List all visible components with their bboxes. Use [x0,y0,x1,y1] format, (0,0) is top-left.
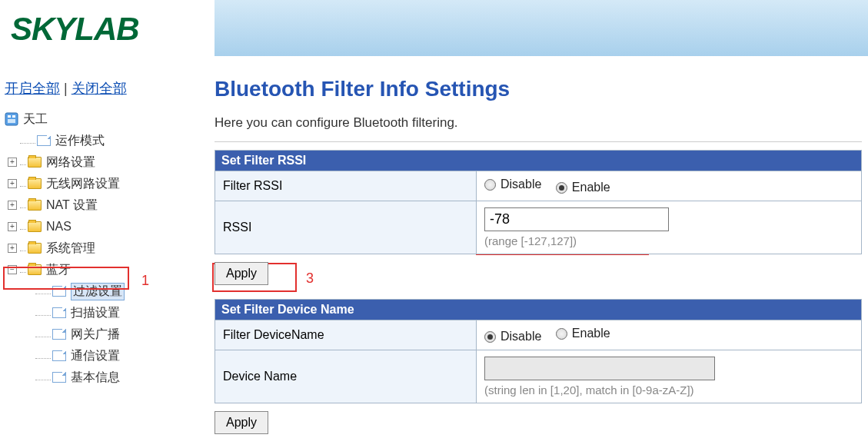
tree-item-operation-mode[interactable]: 运作模式 [8,130,211,151]
devname-apply-button[interactable]: Apply [215,411,268,434]
radio-icon [556,328,567,340]
toplinks-sep: | [64,81,72,96]
page-icon [52,329,66,340]
globe-icon [5,112,18,126]
rssi-enable-radio[interactable]: Enable [556,181,610,194]
rssi-table: Set Filter RSSI Filter RSSI Disable Enab… [215,150,862,254]
devname-row1-label: Filter DeviceName [215,320,477,350]
tree-item-gateway-broadcast[interactable]: 网关广播 [35,324,211,345]
folder-icon [28,221,42,232]
folder-icon [28,243,42,254]
nav-tree: 天工 运作模式 + 网络设置 + 无线网路设置 + NAT 设置 [5,108,211,388]
expander-icon[interactable]: + [8,179,17,188]
expander-icon[interactable]: + [8,222,17,231]
radio-icon [484,331,496,343]
svg-rect-2 [12,115,15,118]
devname-disable-radio[interactable]: Disable [484,330,541,343]
divider [215,141,862,142]
svg-rect-1 [8,115,11,118]
tree-bluetooth-children: 过滤设置 扫描设置 网关广播 通信设置 基本信息 [35,280,211,388]
page-icon [52,307,66,318]
tree-item-network[interactable]: + 网络设置 [8,151,211,173]
expander-icon[interactable]: − [8,265,17,274]
page-icon [52,372,66,383]
folder-open-icon [28,264,42,275]
devname-header: Set Filter Device Name [215,300,862,320]
svg-rect-3 [8,119,15,123]
tree-item-bluetooth[interactable]: − 蓝牙 [8,259,211,280]
tree-item-basic-info[interactable]: 基本信息 [35,367,211,388]
tree-item-nat[interactable]: + NAT 设置 [8,194,211,216]
devname-row2-label: Device Name [215,350,477,403]
page-title: Bluetooth Filter Info Settings [215,77,862,101]
tree-toplinks: 开启全部 | 关闭全部 [5,79,211,98]
rssi-header: Set Filter RSSI [215,151,862,171]
tree-item-system[interactable]: + 系统管理 [8,237,211,259]
radio-icon [556,182,567,194]
rssi-disable-radio[interactable]: Disable [484,178,541,191]
header-banner [215,0,868,56]
devname-input[interactable] [484,357,715,380]
devname-enable-radio[interactable]: Enable [556,327,610,340]
radio-icon [484,179,496,191]
folder-icon [28,178,42,189]
annotation-label-1: 1 [141,273,149,289]
expander-icon[interactable]: + [8,244,17,253]
rssi-row1-label: Filter RSSI [215,171,477,201]
rssi-hint: (range [-127,127]) [484,234,853,247]
tree-item-nas[interactable]: + NAS [8,216,211,237]
page-icon [52,286,66,297]
tree-root-label: 天工 [23,111,48,128]
tree-item-scan-settings[interactable]: 扫描设置 [35,302,211,324]
page-icon [52,350,66,361]
close-all-link[interactable]: 关闭全部 [72,81,127,96]
tree-item-filter-settings[interactable]: 过滤设置 [35,280,211,302]
open-all-link[interactable]: 开启全部 [5,81,60,96]
brand-text: SKYLAB [11,11,139,47]
tree-item-comm-settings[interactable]: 通信设置 [35,345,211,367]
rssi-apply-button[interactable]: Apply [215,262,268,285]
expander-icon[interactable]: + [8,201,17,210]
brand-logo: SKYLAB [11,11,139,48]
folder-icon [28,157,42,168]
devname-hint: (string len in [1,20], match in [0-9a-zA… [484,383,853,397]
devname-table: Set Filter Device Name Filter DeviceName… [215,299,862,403]
page-icon [37,135,51,146]
tree-root[interactable]: 天工 [5,108,211,130]
folder-icon [28,200,42,211]
expander-icon[interactable]: + [8,158,17,167]
rssi-row2-label: RSSI [215,201,477,254]
page-subtitle: Here you can configure Bluetooth filteri… [215,115,862,131]
tree-item-wireless[interactable]: + 无线网路设置 [8,173,211,194]
rssi-input[interactable] [484,207,669,231]
